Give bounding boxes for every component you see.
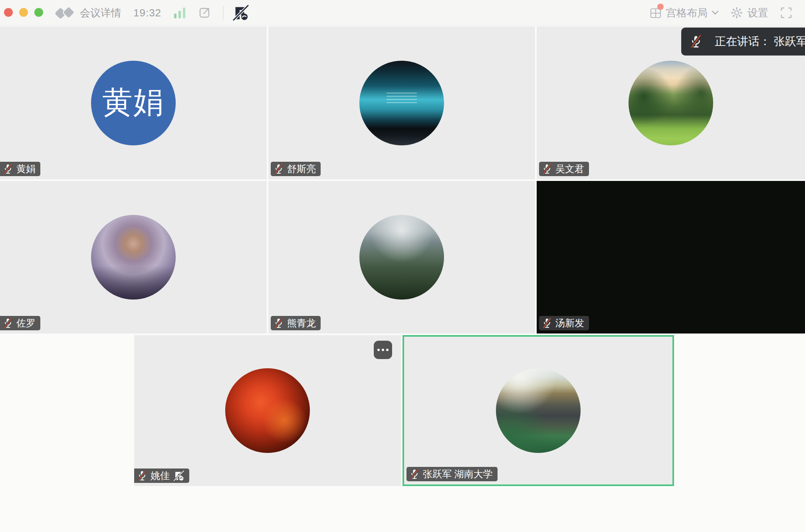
mic-status-icon <box>137 470 147 481</box>
toolbar-divider <box>223 6 224 20</box>
avatar <box>225 368 310 453</box>
participant-tile[interactable]: 熊青龙 <box>268 181 535 333</box>
annotation-disabled-icon[interactable] <box>232 4 249 21</box>
avatar-initials: 黄娟 <box>102 82 165 123</box>
avatar <box>91 215 176 300</box>
layout-notification-dot <box>657 4 664 10</box>
mic-status-icon <box>410 468 419 480</box>
participant-name: 张跃军 湖南大学 <box>423 468 493 480</box>
meeting-details-menu[interactable]: 会议详情 <box>80 6 121 20</box>
participant-name: 吴文君 <box>555 163 584 175</box>
fullscreen-icon[interactable] <box>779 6 793 20</box>
participant-name-badge: 张跃军 湖南大学 <box>406 467 498 481</box>
active-speaker-toast: 正在讲话： 张跃军 湖 <box>681 28 805 56</box>
participant-tile[interactable]: 汤新发 <box>537 181 805 333</box>
more-options-button[interactable] <box>374 341 392 359</box>
mic-status-icon <box>3 163 13 175</box>
participant-name: 姚佳 <box>151 469 170 482</box>
meeting-app-logo-icon <box>54 5 75 20</box>
participant-name: 汤新发 <box>555 317 584 330</box>
participant-tile[interactable]: 舒斯亮 <box>268 26 535 179</box>
participant-name-badge: 舒斯亮 <box>271 162 321 176</box>
participant-tile[interactable]: 张跃军 湖南大学 <box>402 335 674 486</box>
participant-tile[interactable]: 姚佳 <box>134 335 401 486</box>
window-minimize-button[interactable] <box>19 8 28 17</box>
network-signal-icon <box>174 8 185 18</box>
participant-name: 舒斯亮 <box>287 163 316 175</box>
mic-status-icon <box>274 163 284 175</box>
title-bar: 会议详情 19:32 <box>0 0 805 26</box>
participant-tile[interactable]: 佐罗 <box>0 181 267 333</box>
chevron-down-icon <box>712 10 719 15</box>
speaking-name: 张跃军 湖 <box>774 35 805 48</box>
participant-name-badge: 姚佳 <box>134 468 189 483</box>
mic-status-icon <box>542 163 552 175</box>
share-screen-icon[interactable] <box>197 6 212 20</box>
participant-name: 黄娟 <box>16 163 36 175</box>
mic-muted-icon <box>690 35 702 48</box>
settings-button-label: 设置 <box>748 6 768 20</box>
avatar <box>359 215 444 300</box>
participant-tile[interactable]: 黄娟 黄娟 <box>0 26 267 179</box>
meeting-window: 会议详情 19:32 <box>0 0 805 532</box>
layout-button-label: 宫格布局 <box>666 6 708 20</box>
window-close-button[interactable] <box>4 8 13 17</box>
avatar: 黄娟 <box>91 61 176 145</box>
speaking-prefix: 正在讲话： <box>715 35 771 48</box>
settings-button[interactable]: 设置 <box>730 6 768 20</box>
mic-status-icon <box>274 318 284 329</box>
participant-name-badge: 黄娟 <box>0 162 40 176</box>
avatar <box>496 368 581 453</box>
participant-name-badge: 汤新发 <box>539 316 589 330</box>
mic-status-icon <box>542 318 552 329</box>
participant-name-badge: 吴文君 <box>539 162 589 176</box>
annotation-icon <box>173 470 184 481</box>
avatar <box>629 61 713 145</box>
meeting-timer: 19:32 <box>133 7 161 19</box>
participant-name: 熊青龙 <box>287 317 316 330</box>
window-zoom-button[interactable] <box>34 8 43 17</box>
layout-switcher-button[interactable]: 宫格布局 <box>649 6 719 20</box>
participant-name-badge: 佐罗 <box>0 316 40 330</box>
participant-name-badge: 熊青龙 <box>271 316 321 330</box>
avatar <box>359 61 444 145</box>
participant-name: 佐罗 <box>16 317 36 330</box>
mic-status-icon <box>3 318 13 329</box>
gear-icon <box>730 6 744 20</box>
